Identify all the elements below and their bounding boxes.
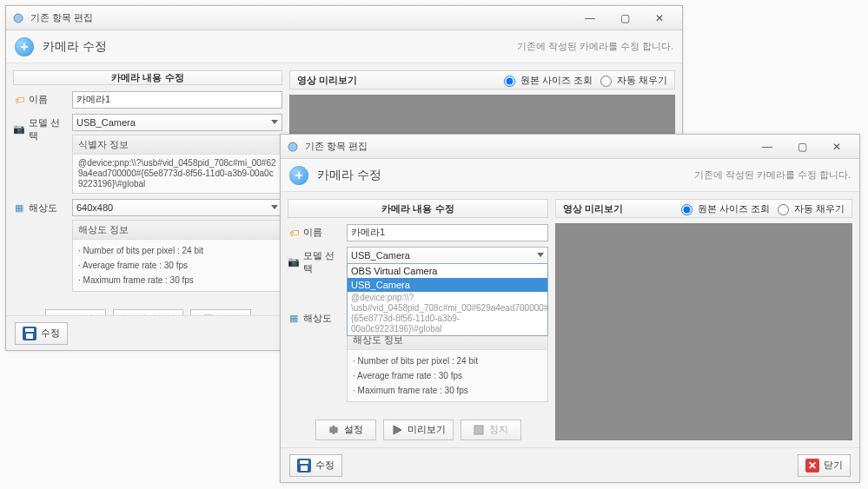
tag-icon: 🏷 bbox=[288, 227, 300, 239]
preview-section-head: 영상 미리보기 원본 사이즈 조회 자동 채우기 bbox=[555, 199, 852, 218]
resolution-select[interactable]: 640x480 bbox=[72, 199, 282, 216]
save-icon bbox=[297, 459, 311, 472]
row-model: 📷 모델 선택 USB_Camera OBS Virtual Camera US… bbox=[288, 247, 548, 304]
plus-icon: + bbox=[289, 166, 308, 185]
res-line-3: · Maximum frame rate : 30 fps bbox=[353, 383, 542, 398]
row-model: 📷 모델 선택 USB_Camera 식별자 정보 @device:pnp:\\… bbox=[13, 114, 282, 194]
radio-auto-fill-label: 자동 채우기 bbox=[794, 202, 845, 215]
close-window-button[interactable]: ✕ bbox=[642, 10, 677, 27]
minimize-button[interactable]: — bbox=[573, 10, 607, 27]
model-select[interactable]: USB_Camera OBS Virtual Camera USB_Camera… bbox=[347, 247, 548, 264]
maximize-button[interactable]: ▢ bbox=[785, 138, 819, 155]
preview-button-label: 미리보기 bbox=[407, 423, 446, 436]
subheader: + 카메라 수정 기존에 작성된 카메라를 수정 합니다. bbox=[281, 159, 859, 192]
close-button[interactable]: ✕ 닫기 bbox=[798, 454, 851, 477]
action-button-row: 설정 미리보기 정지 bbox=[13, 309, 282, 316]
app-icon bbox=[286, 140, 300, 154]
model-option-usb[interactable]: USB_Camera bbox=[348, 278, 547, 292]
save-button[interactable]: 수정 bbox=[289, 454, 342, 477]
titlebar[interactable]: 기존 항목 편집 — ▢ ✕ bbox=[6, 6, 682, 30]
radio-auto-fill-input[interactable] bbox=[778, 204, 789, 215]
svg-rect-5 bbox=[474, 426, 483, 434]
stop-button: 정지 bbox=[461, 420, 521, 440]
resolution-icon: ▦ bbox=[13, 202, 25, 214]
window-front: 기존 항목 편집 — ▢ ✕ + 카메라 수정 기존에 작성된 카메라를 수정 … bbox=[280, 134, 860, 483]
stop-button: 정지 bbox=[190, 309, 251, 316]
row-name: 🏷 이름 bbox=[13, 90, 282, 109]
save-button[interactable]: 수정 bbox=[15, 322, 68, 345]
window-title: 기존 항목 편집 bbox=[305, 140, 750, 153]
form-panel: 카메라 내용 수정 🏷 이름 📷 모델 선택 USB_Camera bbox=[13, 70, 282, 308]
identifier-path: @device:pnp:\\?\usb#vid_0458pid_708c#mi_… bbox=[78, 158, 276, 189]
page-description: 기존에 작성된 카메라를 수정 합니다. bbox=[517, 40, 673, 53]
resolution-info-title: 해상도 정보 bbox=[73, 221, 282, 240]
close-button-label: 닫기 bbox=[824, 459, 843, 472]
settings-button[interactable]: 설정 bbox=[45, 309, 106, 316]
page-description: 기존에 작성된 카메라를 수정 합니다. bbox=[694, 169, 851, 182]
preview-button[interactable]: 미리보기 bbox=[383, 420, 454, 440]
minimize-button[interactable]: — bbox=[750, 138, 785, 155]
maximize-button[interactable]: ▢ bbox=[607, 10, 642, 27]
label-model: 📷 모델 선택 bbox=[288, 247, 341, 275]
resolution-icon: ▦ bbox=[288, 312, 300, 324]
label-name: 🏷 이름 bbox=[13, 90, 67, 106]
radio-auto-fill[interactable]: 자동 채우기 bbox=[596, 73, 667, 87]
model-select[interactable]: USB_Camera bbox=[72, 114, 282, 131]
label-name: 🏷 이름 bbox=[288, 223, 341, 239]
form-panel: 카메라 내용 수정 🏷 이름 📷 모델 선택 USB_Camera bbox=[288, 199, 548, 440]
video-preview-area bbox=[555, 223, 852, 440]
name-input[interactable] bbox=[347, 224, 548, 241]
model-dropdown-list: OBS Virtual Camera USB_Camera @device:pn… bbox=[347, 263, 548, 336]
form-section-title: 카메라 내용 수정 bbox=[288, 199, 548, 218]
page-title: 카메라 수정 bbox=[317, 168, 694, 183]
camera-icon: 📷 bbox=[13, 123, 25, 135]
model-option-devicepath: @device:pnp:\\?\usb#vid_0458pid_708c#mi_… bbox=[348, 292, 547, 335]
model-option-obs[interactable]: OBS Virtual Camera bbox=[348, 264, 547, 278]
radio-original-size-input[interactable] bbox=[504, 76, 515, 87]
label-model-text: 모델 선택 bbox=[303, 249, 341, 275]
window-title: 기존 항목 편집 bbox=[30, 11, 573, 24]
app-icon bbox=[11, 11, 25, 25]
radio-original-size-label: 원본 사이즈 조회 bbox=[698, 202, 770, 215]
label-model: 📷 모델 선택 bbox=[13, 114, 67, 142]
res-line-2: · Average frame rate : 30 fps bbox=[353, 368, 542, 383]
radio-original-size[interactable]: 원본 사이즈 조회 bbox=[677, 202, 770, 215]
res-line-1: · Number of bits per pixel : 24 bit bbox=[78, 243, 276, 258]
preview-button[interactable]: 미리보기 bbox=[113, 309, 183, 316]
radio-original-size[interactable]: 원본 사이즈 조회 bbox=[500, 73, 593, 87]
preview-section-title: 영상 미리보기 bbox=[297, 74, 357, 87]
svg-point-0 bbox=[14, 14, 23, 23]
model-select-button[interactable]: USB_Camera bbox=[347, 247, 548, 264]
radio-auto-fill[interactable]: 자동 채우기 bbox=[773, 202, 845, 215]
row-resolution: ▦ 해상도 640x480 해상도 정보 · Number of bits pe… bbox=[13, 199, 282, 292]
model-select-button[interactable]: USB_Camera bbox=[72, 114, 282, 131]
save-icon bbox=[23, 327, 36, 340]
label-model-text: 모델 선택 bbox=[29, 116, 67, 142]
svg-marker-4 bbox=[394, 426, 401, 434]
radio-auto-fill-input[interactable] bbox=[600, 76, 612, 87]
svg-point-3 bbox=[288, 142, 297, 151]
radio-original-size-label: 원본 사이즈 조회 bbox=[520, 74, 593, 87]
preview-panel: 영상 미리보기 원본 사이즈 조회 자동 채우기 bbox=[555, 199, 852, 440]
identifier-title: 식별자 정보 bbox=[73, 135, 282, 155]
radio-auto-fill-label: 자동 채우기 bbox=[617, 74, 667, 87]
form-section-title: 카메라 내용 수정 bbox=[13, 70, 282, 85]
label-resolution: ▦ 해상도 bbox=[288, 309, 341, 325]
name-input[interactable] bbox=[72, 91, 282, 109]
action-button-row: 설정 미리보기 정지 bbox=[288, 420, 548, 440]
label-resolution-text: 해상도 bbox=[29, 202, 57, 215]
save-button-label: 수정 bbox=[315, 459, 335, 472]
resolution-select-button[interactable]: 640x480 bbox=[72, 199, 282, 216]
radio-original-size-input[interactable] bbox=[681, 204, 692, 215]
save-button-label: 수정 bbox=[41, 327, 60, 340]
content-area: 카메라 내용 수정 🏷 이름 📷 모델 선택 USB_Camera bbox=[281, 192, 859, 447]
preview-section-head: 영상 미리보기 원본 사이즈 조회 자동 채우기 bbox=[289, 70, 675, 89]
titlebar[interactable]: 기존 항목 편집 — ▢ ✕ bbox=[281, 135, 859, 159]
label-name-text: 이름 bbox=[29, 93, 48, 106]
settings-button[interactable]: 설정 bbox=[315, 420, 376, 440]
close-window-button[interactable]: ✕ bbox=[819, 138, 854, 155]
stop-button-label: 정지 bbox=[489, 423, 508, 436]
settings-button-label: 설정 bbox=[344, 423, 363, 436]
footer: 수정 ✕ 닫기 bbox=[281, 447, 859, 482]
label-resolution: ▦ 해상도 bbox=[13, 199, 67, 215]
